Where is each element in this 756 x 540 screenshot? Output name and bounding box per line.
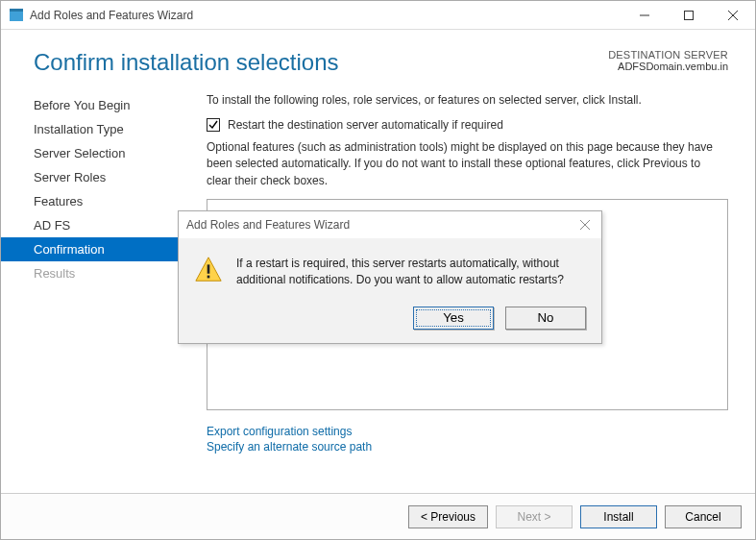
dialog-titlebar: Add Roles and Features Wizard (179, 211, 601, 238)
dialog-body: If a restart is required, this server re… (179, 238, 601, 297)
restart-checkbox[interactable] (207, 118, 220, 132)
destination-label: DESTINATION SERVER (608, 49, 728, 61)
step-before-you-begin[interactable]: Before You Begin (1, 93, 183, 117)
step-server-roles[interactable]: Server Roles (1, 165, 183, 189)
step-results: Results (1, 261, 183, 285)
close-icon (728, 11, 738, 20)
svg-rect-9 (207, 264, 210, 273)
step-server-selection[interactable]: Server Selection (1, 141, 183, 165)
step-ad-fs[interactable]: AD FS (1, 213, 183, 237)
step-installation-type[interactable]: Installation Type (1, 117, 183, 141)
install-button[interactable]: Install (580, 505, 657, 528)
bottom-links: Export configuration settings Specify an… (207, 424, 728, 454)
confirm-restart-dialog: Add Roles and Features Wizard If a resta… (178, 210, 602, 344)
app-icon (9, 8, 24, 23)
window-controls (622, 1, 755, 30)
close-button[interactable] (711, 1, 755, 30)
cancel-button[interactable]: Cancel (665, 505, 742, 528)
destination-server: ADFSDomain.vembu.in (608, 61, 728, 72)
window-title: Add Roles and Features Wizard (30, 9, 622, 22)
next-button: Next > (496, 505, 573, 528)
wizard-window: Add Roles and Features Wizard Confirm in… (0, 0, 756, 540)
dialog-yes-button[interactable]: Yes (413, 307, 494, 330)
alternate-source-link[interactable]: Specify an alternate source path (207, 439, 728, 454)
titlebar: Add Roles and Features Wizard (1, 1, 755, 30)
svg-rect-3 (685, 11, 694, 19)
optional-features-text: Optional features (such as administratio… (207, 139, 728, 189)
dialog-message: If a restart is required, this server re… (236, 256, 586, 289)
footer-buttons: < Previous Next > Install Cancel (1, 493, 755, 539)
header: Confirm installation selections DESTINAT… (1, 30, 755, 84)
svg-rect-1 (10, 9, 23, 12)
restart-checkbox-label: Restart the destination server automatic… (228, 118, 503, 132)
restart-checkbox-row[interactable]: Restart the destination server automatic… (207, 118, 728, 132)
step-features[interactable]: Features (1, 189, 183, 213)
dialog-close-button[interactable] (576, 217, 594, 233)
svg-rect-0 (10, 11, 23, 21)
maximize-button[interactable] (667, 1, 711, 30)
maximize-icon (684, 11, 694, 20)
export-config-link[interactable]: Export configuration settings (207, 424, 728, 439)
step-confirmation[interactable]: Confirmation (1, 237, 183, 261)
close-icon (580, 220, 590, 230)
dialog-buttons: Yes No (179, 297, 601, 343)
minimize-icon (640, 11, 649, 20)
page-title: Confirm installation selections (34, 49, 608, 76)
minimize-button[interactable] (622, 1, 667, 30)
previous-button[interactable]: < Previous (408, 505, 488, 528)
dialog-no-button[interactable]: No (505, 307, 586, 330)
wizard-steps-sidebar: Before You Begin Installation Type Serve… (1, 87, 183, 493)
dialog-title: Add Roles and Features Wizard (186, 218, 350, 232)
destination-info: DESTINATION SERVER ADFSDomain.vembu.in (608, 49, 728, 72)
warning-icon (194, 256, 223, 289)
checkmark-icon (208, 120, 218, 130)
svg-rect-10 (207, 276, 210, 279)
intro-text: To install the following roles, role ser… (207, 93, 728, 107)
